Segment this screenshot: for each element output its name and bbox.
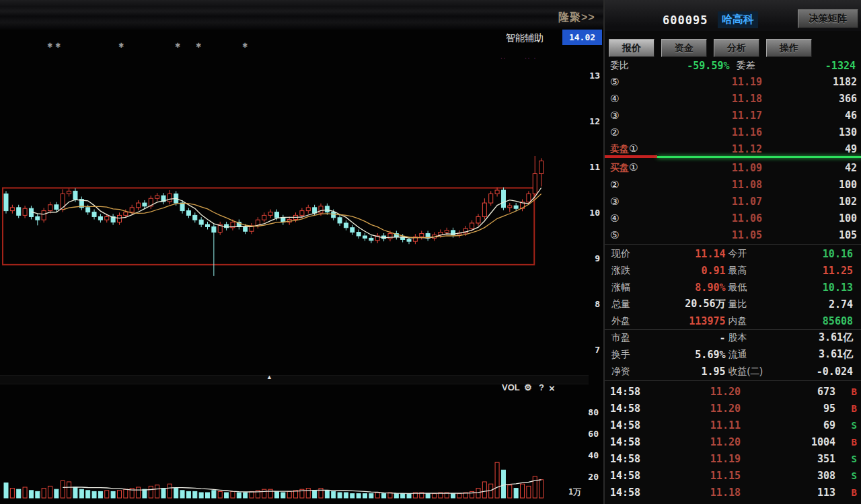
sell-tag: ⑤ <box>610 76 668 88</box>
gear-icon[interactable]: ⚙ <box>524 382 532 392</box>
buy-volume: 100 <box>762 212 857 224</box>
star-icon: ✱ <box>196 42 201 49</box>
price-axis-tick: 8 <box>583 299 600 309</box>
pane-splitter[interactable] <box>0 375 589 384</box>
tick-flag: B <box>839 403 857 414</box>
sell-volume: 130 <box>762 126 857 138</box>
volume-axis-tick: 20 <box>581 472 599 482</box>
sell-price: 11.19 <box>668 76 762 88</box>
star-icon: ✱ <box>47 42 52 49</box>
smart-assist-label[interactable]: 智能辅助 <box>506 32 544 44</box>
stat-value: 10.13 <box>773 282 856 294</box>
stat-value: 3.61亿 <box>773 348 856 361</box>
buy-price: 11.07 <box>668 196 762 208</box>
stat-value: 1.95 <box>645 366 728 378</box>
stat-value: 113975 <box>645 315 728 327</box>
assist-value-badge[interactable]: 14.02 <box>562 30 602 45</box>
tick-row[interactable]: 14:5811.19351S <box>605 450 861 467</box>
stats-row: 市盈-股本3.61亿 <box>605 329 861 346</box>
weicha-label: 委差 <box>737 60 755 72</box>
tab-分析[interactable]: 分析 <box>714 39 759 57</box>
tick-volume: 308 <box>741 470 839 482</box>
price-chart[interactable] <box>0 64 589 376</box>
tick-time: 14:58 <box>610 419 653 431</box>
tick-row[interactable]: 14:5811.20673B <box>605 383 861 400</box>
stat-label: 最低 <box>728 282 773 294</box>
stat-label: 内盘 <box>728 315 773 327</box>
tick-flag: B <box>839 386 857 397</box>
buy-price: 11.06 <box>668 212 762 224</box>
stat-value: 2.74 <box>773 298 856 310</box>
buy-price: 11.09 <box>668 162 762 174</box>
price-axis-tick: 10 <box>583 208 600 218</box>
tick-flag: S <box>839 470 857 481</box>
sell-tag: ② <box>610 126 668 138</box>
stat-label: 涨跌 <box>611 265 645 277</box>
buy-level-row: 买盘①11.0942 <box>605 159 861 176</box>
tick-row[interactable]: 14:5811.18113B <box>605 484 861 501</box>
stat-label: 外盘 <box>611 315 645 327</box>
decision-matrix-button[interactable]: 决策矩阵 <box>798 9 858 28</box>
divider <box>605 244 861 245</box>
sell-tag: ③ <box>610 110 668 122</box>
last-price-marker <box>605 155 657 158</box>
tick-price: 11.20 <box>653 386 741 398</box>
buy-level-row: ②11.08100 <box>605 176 861 193</box>
stat-value: -0.024 <box>773 366 856 378</box>
sell-level-row: ④11.18366 <box>605 90 861 107</box>
quote-panel: 600095 哈高科 决策矩阵 报价资金分析操作 委比 -59.59% 委差 -… <box>603 0 861 504</box>
longju-menu-link[interactable]: 隆聚>> <box>558 11 595 25</box>
volume-axis-tick: 40 <box>581 450 599 460</box>
weibi-value: -59.59% <box>629 60 737 72</box>
stat-label: 涨幅 <box>611 282 645 294</box>
buy-tag: 买盘① <box>610 161 668 174</box>
tick-row[interactable]: 14:5811.2095B <box>605 400 861 417</box>
buy-tag: ④ <box>610 212 668 224</box>
star-icon: ✱ <box>175 42 180 49</box>
quote-tabs: 报价资金分析操作 <box>609 39 812 56</box>
sell-volume: 366 <box>762 93 857 105</box>
stat-label: 总量 <box>611 298 645 310</box>
sell-level-row: ②11.16130 <box>605 124 861 140</box>
sell-volume: 1182 <box>762 76 857 88</box>
close-icon[interactable]: × <box>549 382 555 394</box>
stat-label: 流通 <box>728 349 773 361</box>
sell-tag: 卖盘① <box>610 142 668 155</box>
splitter-triangle-icon[interactable]: ▲ <box>266 374 272 380</box>
stat-value: 85608 <box>773 315 856 327</box>
stock-name[interactable]: 哈高科 <box>718 11 758 28</box>
sell-price: 11.12 <box>668 143 762 155</box>
quote-header: 600095 哈高科 决策矩阵 <box>605 0 861 31</box>
price-axis-tick: 12 <box>583 116 600 126</box>
buy-tag: ③ <box>610 196 668 208</box>
tick-row[interactable]: 14:5811.15308S <box>605 467 861 484</box>
tick-volume: 673 <box>741 386 839 398</box>
tick-volume: 95 <box>741 403 839 415</box>
sell-volume: 49 <box>762 143 857 155</box>
buy-level-row: ④11.06100 <box>605 210 861 226</box>
divider <box>605 329 861 330</box>
tick-price: 11.18 <box>653 487 741 499</box>
tab-报价[interactable]: 报价 <box>609 39 654 57</box>
volume-axis-tick: 80 <box>581 407 599 417</box>
star-icon: ✱ <box>55 42 61 49</box>
tick-volume: 351 <box>741 453 839 465</box>
tick-row[interactable]: 14:5811.1169S <box>605 417 861 433</box>
tab-资金[interactable]: 资金 <box>661 39 707 57</box>
stat-label: 换手 <box>611 349 645 361</box>
help-icon[interactable]: ? <box>539 382 544 392</box>
stat-label: 市盈 <box>611 332 645 344</box>
stat-value: 10.16 <box>773 248 856 260</box>
volume-chart[interactable] <box>0 399 589 500</box>
tick-row[interactable]: 14:5811.201004B <box>605 433 861 450</box>
tab-操作[interactable]: 操作 <box>766 39 812 57</box>
buy-level-row: ⑤11.05105 <box>605 226 861 243</box>
divider <box>605 380 861 381</box>
sell-volume: 46 <box>762 110 857 122</box>
price-axis-tick: 9 <box>583 253 600 263</box>
stats-row: 换手5.69%流通3.61亿 <box>605 346 861 363</box>
stat-value: 5.69% <box>645 349 728 361</box>
price-axis-tick: 13 <box>583 71 600 81</box>
stat-value: 20.56万 <box>645 298 728 310</box>
stat-value: - <box>645 332 728 344</box>
